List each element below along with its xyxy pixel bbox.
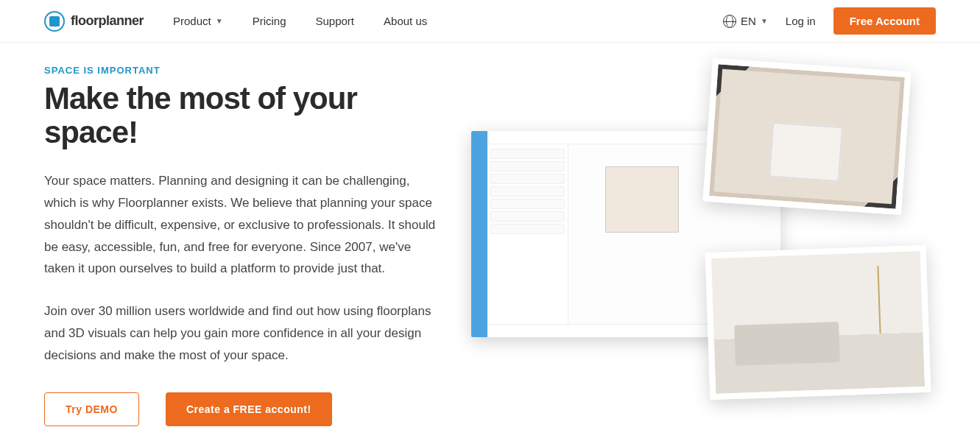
panel-row (490, 199, 565, 209)
logo-icon (44, 11, 65, 32)
panel-row (490, 161, 565, 172)
cta-row: Try DEMO Create a FREE account! (44, 392, 442, 426)
panel-row (490, 186, 565, 197)
nav-about[interactable]: About us (384, 15, 427, 27)
topdown-render (703, 58, 912, 215)
panel-row (490, 211, 565, 222)
render-bed (769, 121, 844, 182)
editor-sidebar (471, 131, 487, 337)
nav-pricing[interactable]: Pricing (253, 15, 286, 27)
panel-row (490, 224, 565, 234)
chevron-down-icon: ▼ (216, 17, 223, 25)
header-right: EN ▼ Log in Free Account (723, 7, 936, 35)
panel-row (490, 149, 565, 159)
globe-icon (723, 15, 736, 28)
floorplan-shape (605, 166, 679, 233)
nav-product[interactable]: Product ▼ (173, 15, 223, 27)
hero-visual (471, 65, 936, 403)
logo[interactable]: floorplanner (44, 11, 144, 32)
login-link[interactable]: Log in (786, 15, 816, 27)
nav-support[interactable]: Support (315, 15, 354, 27)
render-sofa (734, 322, 840, 366)
hero-paragraph-2: Join over 30 million users worldwide and… (44, 300, 442, 366)
interior-render (705, 245, 931, 400)
logo-text: floorplanner (71, 13, 144, 29)
try-demo-button[interactable]: Try DEMO (44, 392, 139, 426)
hero-headline: Make the most of your space! (44, 82, 442, 149)
free-account-button[interactable]: Free Account (833, 7, 936, 35)
create-account-button[interactable]: Create a FREE account! (166, 392, 332, 426)
panel-row (490, 174, 565, 184)
site-header: floorplanner Product ▼ Pricing Support A… (0, 0, 980, 43)
main-nav: Product ▼ Pricing Support About us (173, 15, 427, 27)
nav-product-label: Product (173, 15, 211, 27)
hero-eyebrow: SPACE IS IMPORTANT (44, 65, 442, 76)
language-selector[interactable]: EN ▼ (723, 15, 768, 28)
hero-section: SPACE IS IMPORTANT Make the most of your… (0, 43, 980, 426)
render-room (713, 69, 900, 204)
hero-paragraph-1: Your space matters. Planning and designi… (44, 170, 442, 280)
render-lamp (878, 266, 881, 333)
hero-content: SPACE IS IMPORTANT Make the most of your… (44, 65, 442, 426)
chevron-down-icon: ▼ (761, 17, 768, 25)
language-label: EN (741, 15, 756, 27)
editor-panel (487, 144, 568, 324)
